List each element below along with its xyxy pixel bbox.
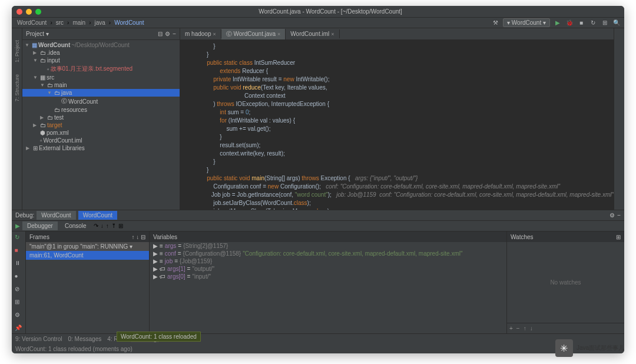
code-line[interactable]: public void reduce(Text key, Iterable va… [180, 84, 614, 92]
pin-icon[interactable]: 📌 [15, 325, 23, 333]
tree-item[interactable]: ▶🗀 test [22, 114, 180, 121]
editor-tab[interactable]: m hadoop × [180, 29, 221, 38]
code-line[interactable]: job.setJarByClass(WordCount.class); [180, 199, 614, 207]
variable-item[interactable]: ▶ ≡ conf = {Configuration@1158} "Configu… [150, 250, 506, 257]
layout-icon[interactable]: ⊞ [15, 299, 23, 307]
tree-item[interactable]: ▶🗀 .idea [22, 49, 180, 57]
debugger-tab[interactable]: Debugger [22, 221, 58, 230]
run-config-select[interactable]: ▾ WordCount ▾ [503, 18, 550, 27]
editor-tab[interactable]: WordCount.iml × [286, 29, 339, 38]
breadcrumb[interactable]: src [54, 19, 65, 27]
stop-icon[interactable]: ■ [577, 19, 585, 27]
project-tree[interactable]: ▼▦ WordCount ~/Desktop/WordCount▶🗀 .idea… [22, 40, 180, 210]
code-line[interactable]: ) throws IOException, InterruptedExcepti… [180, 100, 614, 108]
breadcrumb[interactable]: WordCount [112, 19, 145, 27]
no-watches-label: No watches [507, 242, 624, 323]
window-title: WordCount.java - WordCount - [~/Desktop/… [41, 8, 620, 15]
code-line[interactable]: sum += val.get(); [180, 125, 614, 133]
minimize-icon[interactable]: − [617, 212, 621, 219]
tree-item[interactable]: ▼▦ src [22, 74, 180, 81]
code-line[interactable]: Job job = Job.getInstance(conf, "word co… [180, 191, 614, 199]
watches-header: Watches ⊞ [507, 231, 624, 242]
tree-item[interactable]: ▼🗀 main [22, 81, 180, 89]
code-line[interactable]: } [180, 158, 614, 166]
mute-icon[interactable]: ⊘ [15, 286, 23, 294]
code-editor[interactable]: } } public static class IntSumReducer ex… [180, 40, 614, 210]
editor-tabs: m hadoop ×Ⓒ WordCount.java ×WordCount.im… [180, 28, 614, 40]
variable-item[interactable]: ▶ 🏷 args[1] = "output/" [150, 265, 506, 273]
tree-item[interactable]: ▶⊞ External Libraries [22, 144, 180, 152]
variable-item[interactable]: ▶ 🏷 args[0] = "input/" [150, 273, 506, 280]
console-tab[interactable]: Console [60, 221, 91, 230]
settings-icon[interactable]: ⚙ [15, 312, 23, 320]
code-line[interactable]: public static void main(String[] args) t… [180, 174, 614, 183]
search-icon[interactable]: 🔍 [612, 19, 621, 27]
tree-item[interactable]: ▼🗀 input [22, 57, 180, 64]
run-icon[interactable]: ▶ [554, 19, 562, 27]
code-line[interactable]: for (IntWritable val : values) { [180, 117, 614, 125]
code-line[interactable]: Context context [180, 92, 614, 100]
project-tool[interactable]: 1: Project [14, 40, 20, 62]
step-icon[interactable]: ↷ [94, 223, 98, 229]
thread-item[interactable]: "main"@1 in group "main": RUNNING ▾ [26, 242, 149, 251]
remove-watch-icon[interactable]: − [516, 325, 520, 332]
add-watch-icon[interactable]: + [509, 325, 513, 332]
debug-run-tab[interactable]: WordCount [37, 211, 75, 220]
settings-icon[interactable]: ⚙ [165, 31, 170, 37]
status-bar: 9: Version Control 0: Messages 4: Run 5:… [12, 333, 624, 344]
code-line[interactable]: } [180, 42, 614, 51]
breadcrumb[interactable]: WordCount [15, 19, 48, 27]
structure-tool[interactable]: 7: Structure [14, 74, 20, 102]
down-icon[interactable]: ↓ [530, 325, 533, 332]
toolbar-icon[interactable]: ⊞ [601, 19, 609, 27]
code-line[interactable]: private IntWritable result = new IntWrit… [180, 75, 614, 84]
breakpoints-icon[interactable]: ● [15, 273, 23, 281]
toolbar-icon[interactable]: ↻ [589, 19, 597, 27]
pause-icon[interactable]: ⏸ [15, 260, 23, 268]
code-line[interactable]: int sum = 0; [180, 108, 614, 117]
code-line[interactable]: } [180, 133, 614, 141]
stack-frame[interactable]: main:61, WordCount [26, 251, 149, 260]
code-line[interactable]: public static class IntSumReducer [180, 59, 614, 67]
editor-tab[interactable]: Ⓒ WordCount.java × [221, 29, 286, 39]
tree-item[interactable]: ▫ WordCount.iml [22, 137, 180, 144]
gear-icon[interactable]: ⚙ [610, 212, 615, 219]
variable-item[interactable]: ▶ ≡ args = {String[2]@1157} [150, 242, 506, 250]
debug-panel: Debug: WordCount WordCount ⚙ − ▶ Debugge… [12, 210, 624, 333]
code-line[interactable]: context.write(key, result); [180, 150, 614, 158]
breadcrumb[interactable]: java [92, 19, 107, 27]
build-icon[interactable]: ⚒ [491, 19, 499, 27]
step-icon[interactable]: ⊞ [118, 223, 123, 229]
tree-item[interactable]: ▼🗀 java [22, 89, 180, 97]
tree-item[interactable]: ⬢ pom.xml [22, 129, 180, 137]
tree-item[interactable]: 🗀 resources [22, 106, 180, 114]
tree-root[interactable]: ▼▦ WordCount ~/Desktop/WordCount [22, 41, 180, 49]
code-line[interactable]: result.set(sum); [180, 141, 614, 150]
debug-run-tab[interactable]: WordCount [78, 211, 117, 220]
rerun-icon[interactable]: ↻ [15, 234, 23, 242]
tree-item[interactable]: ▶🗀 target [22, 121, 180, 129]
tree-item[interactable]: ▫ 故事01.月王迎亲.txt.segmented [22, 64, 180, 74]
wechat-icon: ✳ [555, 339, 573, 357]
minimize-icon[interactable] [26, 9, 32, 15]
close-icon[interactable] [16, 9, 22, 15]
debug-icon[interactable]: 🐞 [565, 19, 574, 27]
collapse-icon[interactable]: ⊟ [158, 31, 163, 37]
code-line[interactable]: } [180, 51, 614, 59]
breadcrumb[interactable]: main [71, 19, 87, 27]
messages-tool[interactable]: 0: Messages [68, 336, 102, 342]
step-icon[interactable]: ↓ [101, 223, 104, 229]
code-line[interactable]: } [180, 166, 614, 174]
up-icon[interactable]: ↑ [524, 325, 526, 332]
vc-tool[interactable]: 9: Version Control [15, 336, 62, 342]
code-line[interactable]: extends Reducer { [180, 67, 614, 75]
stop-icon[interactable]: ■ [15, 247, 23, 255]
step-icon[interactable]: ⤒ [111, 223, 116, 229]
resume-icon[interactable]: ▶ [15, 223, 20, 229]
step-icon[interactable]: ↑ [106, 223, 109, 229]
variable-item[interactable]: ▶ ≡ job = {Job@1159} [150, 257, 506, 265]
code-line[interactable]: Configuration conf = new Configuration()… [180, 183, 614, 191]
hide-icon[interactable]: − [173, 31, 176, 37]
maximize-icon[interactable] [35, 9, 41, 15]
tree-item[interactable]: Ⓒ WordCount [22, 97, 180, 106]
